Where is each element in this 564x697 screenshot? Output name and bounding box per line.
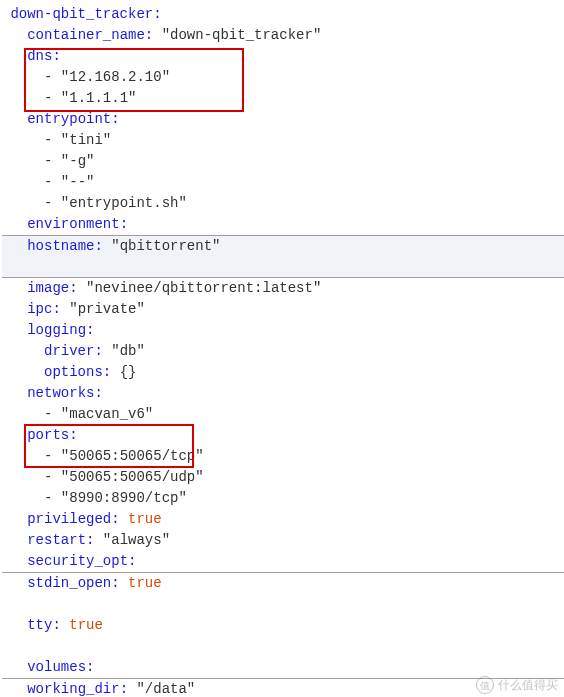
yaml-key: options bbox=[44, 364, 103, 380]
yaml-line: volumes: bbox=[2, 657, 564, 679]
yaml-key: hostname bbox=[27, 238, 94, 254]
yaml-value: "private" bbox=[69, 301, 145, 317]
yaml-line: image: "nevinee/qbittorrent:latest" bbox=[2, 278, 564, 299]
yaml-list-item: - "--" bbox=[2, 172, 564, 193]
yaml-key: volumes bbox=[27, 659, 86, 675]
yaml-value: "tini" bbox=[61, 132, 111, 148]
yaml-key: stdin_open bbox=[27, 575, 111, 591]
yaml-value: "/data" bbox=[136, 681, 195, 697]
yaml-key: security_opt bbox=[27, 553, 128, 569]
yaml-key: image bbox=[27, 280, 69, 296]
yaml-list-item: - "1.1.1.1" bbox=[2, 88, 564, 109]
blank-line bbox=[2, 257, 564, 278]
yaml-list-item: - "50065:50065/udp" bbox=[2, 467, 564, 488]
yaml-list-item: - "-g" bbox=[2, 151, 564, 172]
yaml-line: logging: bbox=[2, 320, 564, 341]
blank-line bbox=[2, 594, 564, 615]
yaml-key: privileged bbox=[27, 511, 111, 527]
yaml-value: "50065:50065/udp" bbox=[61, 469, 204, 485]
yaml-line: privileged: true bbox=[2, 509, 564, 530]
yaml-key: environment bbox=[27, 216, 119, 232]
yaml-value: "qbittorrent" bbox=[111, 238, 220, 254]
yaml-value: "entrypoint.sh" bbox=[61, 195, 187, 211]
yaml-key: dns bbox=[27, 48, 52, 64]
yaml-value: "--" bbox=[61, 174, 95, 190]
yaml-value: "-g" bbox=[61, 153, 95, 169]
yaml-value: "down-qbit_tracker" bbox=[162, 27, 322, 43]
yaml-line: options: {} bbox=[2, 362, 564, 383]
yaml-line: container_name: "down-qbit_tracker" bbox=[2, 25, 564, 46]
yaml-line: down-qbit_tracker: bbox=[2, 4, 564, 25]
yaml-key: down-qbit_tracker bbox=[10, 6, 153, 22]
yaml-key: driver bbox=[44, 343, 94, 359]
yaml-line: restart: "always" bbox=[2, 530, 564, 551]
yaml-key: entrypoint bbox=[27, 111, 111, 127]
yaml-list-item: - "8990:8990/tcp" bbox=[2, 488, 564, 509]
yaml-list-item: - "entrypoint.sh" bbox=[2, 193, 564, 214]
yaml-line: tty: true bbox=[2, 615, 564, 636]
yaml-key: logging bbox=[27, 322, 86, 338]
yaml-value: true bbox=[128, 575, 162, 591]
yaml-line: hostname: "qbittorrent" bbox=[2, 236, 564, 257]
yaml-value: "50065:50065/tcp" bbox=[61, 448, 204, 464]
yaml-value: "8990:8990/tcp" bbox=[61, 490, 187, 506]
yaml-line: security_opt: bbox=[2, 551, 564, 573]
yaml-line: ports: bbox=[2, 425, 564, 446]
yaml-list-item: - "12.168.2.10" bbox=[2, 67, 564, 88]
yaml-key: restart bbox=[27, 532, 86, 548]
yaml-list-item: - "macvan_v6" bbox=[2, 404, 564, 425]
yaml-value: true bbox=[128, 511, 162, 527]
yaml-key: container_name bbox=[27, 27, 145, 43]
yaml-value: "always" bbox=[103, 532, 170, 548]
yaml-value: "12.168.2.10" bbox=[61, 69, 170, 85]
yaml-value: "1.1.1.1" bbox=[61, 90, 137, 106]
yaml-key: working_dir bbox=[27, 681, 119, 697]
yaml-line: driver: "db" bbox=[2, 341, 564, 362]
yaml-line: networks: bbox=[2, 383, 564, 404]
yaml-list-item: - "50065:50065/tcp" bbox=[2, 446, 564, 467]
yaml-line: entrypoint: bbox=[2, 109, 564, 130]
yaml-key: networks bbox=[27, 385, 94, 401]
blank-line bbox=[2, 636, 564, 657]
yaml-key: tty bbox=[27, 617, 52, 633]
yaml-list-item: - "tini" bbox=[2, 130, 564, 151]
yaml-line: stdin_open: true bbox=[2, 573, 564, 594]
yaml-line: environment: bbox=[2, 214, 564, 236]
yaml-line: working_dir: "/data" bbox=[2, 679, 564, 697]
yaml-value: "nevinee/qbittorrent:latest" bbox=[86, 280, 321, 296]
yaml-key: ipc bbox=[27, 301, 52, 317]
yaml-value: true bbox=[69, 617, 103, 633]
yaml-value: "macvan_v6" bbox=[61, 406, 153, 422]
yaml-code-block: down-qbit_tracker: container_name: "down… bbox=[2, 4, 564, 697]
yaml-value: {} bbox=[120, 364, 137, 380]
yaml-value: "db" bbox=[111, 343, 145, 359]
yaml-key: ports bbox=[27, 427, 69, 443]
yaml-line: ipc: "private" bbox=[2, 299, 564, 320]
yaml-line: dns: bbox=[2, 46, 564, 67]
